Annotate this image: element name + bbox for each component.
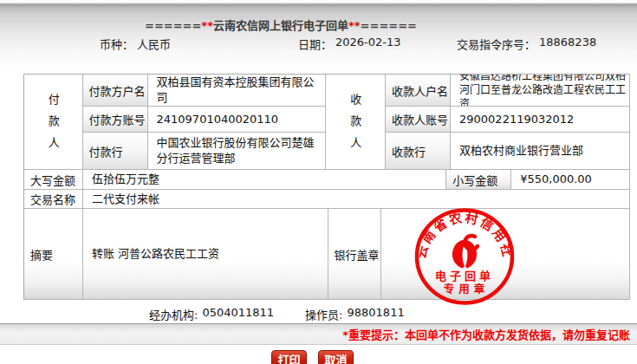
payee-name-label: 收款人户名 [386, 75, 451, 107]
payee-account-value: 2900022119032012 [451, 107, 630, 133]
org-label: 经办机构: [149, 306, 198, 322]
page-title: ======**云南农信网上银行电子回单**====== [145, 16, 417, 33]
currency-value: 人民币 [137, 36, 171, 52]
summary-label: 摘要 [24, 209, 83, 300]
title-stars-left: ** [201, 19, 213, 32]
payer-bank-label: 付款行 [83, 133, 148, 170]
amount-row: 大写金额 伍拾伍万元整 小写金额 ¥550,000.00 [24, 170, 630, 190]
transaction-label: 交易名称 [24, 190, 83, 209]
payee-account-label: 收款人账号 [386, 107, 451, 133]
summary-row: 摘要 转账 河普公路农民工工资 银行盖章 [24, 209, 630, 300]
bank-seal-label: 银行盖章 [328, 209, 382, 300]
warning-band: *重要提示：本回单不作为收款方发货依据，请勿重复记账 [0, 323, 637, 345]
summary-value: 转账 河普公路农民工工资 [83, 209, 328, 300]
receipt-page: ======**云南农信网上银行电子回单**====== 币种： 人民币 日期：… [0, 0, 637, 364]
transaction-row: 交易名称 二代支付来帐 [24, 190, 630, 209]
date-label: 日期： [298, 36, 332, 52]
currency-field: 币种： 人民币 [100, 36, 171, 52]
payer-group-label: 付款人 [24, 75, 83, 170]
sequence-label: 交易指令序号： [457, 36, 536, 52]
payee-bank-label: 收款行 [386, 133, 451, 170]
date-value: 2026-02-13 [335, 36, 401, 52]
payee-group-label: 收款人 [326, 75, 387, 170]
currency-label: 币种： [100, 36, 133, 52]
org-value: 0504011811 [202, 306, 274, 322]
transaction-value: 二代支付来帐 [83, 190, 630, 209]
sequence-field: 交易指令序号： 18868238 [457, 36, 596, 52]
operator-label: 操作员: [305, 306, 342, 322]
org-field: 经办机构: 0504011811 [149, 306, 274, 322]
date-field: 日期： 2026-02-13 [298, 36, 401, 52]
party-rows: 付款人 付款方户名 双柏县国有资本控股集团有限公司 付款方账号 24109701… [24, 75, 630, 170]
bank-seal-cell [381, 209, 630, 300]
title-stars-right: ** [348, 19, 361, 32]
receipt-table: 付款人 付款方户名 双柏县国有资本控股集团有限公司 付款方账号 24109701… [23, 74, 630, 300]
operator-value: 98801811 [348, 306, 405, 322]
title-text: 云南农信网上银行电子回单 [213, 19, 348, 32]
payer-account-value: 24109701040020110 [148, 107, 326, 133]
amount-words-label: 大写金额 [24, 170, 83, 190]
operator-row: 经办机构: 0504011811 操作员: 98801811 [0, 305, 637, 323]
amount-figures-value: ¥550,000.00 [511, 170, 630, 190]
title-prefix: ====== [145, 19, 201, 32]
print-button[interactable]: 打印 [271, 350, 307, 364]
cancel-button[interactable]: 取消 [318, 350, 354, 364]
amount-figures-label: 小写金额 [446, 170, 511, 190]
payee-name-value: 安徽昌达路桥工程集团有限公司双柏河门口至普龙公路改造工程农民工工资 [451, 75, 630, 107]
title-suffix: ====== [361, 19, 417, 32]
payer-account-label: 付款方账号 [83, 107, 148, 133]
payer-name-label: 付款方户名 [83, 75, 148, 107]
warning-text: *重要提示：本回单不作为收款方发货依据，请勿重复记账 [342, 326, 630, 342]
amount-words-value: 伍拾伍万元整 [83, 170, 446, 190]
payer-bank-value: 中国农业银行股份有限公司楚雄分行运营管理部 [148, 133, 326, 170]
operator-field: 操作员: 98801811 [305, 306, 405, 322]
sequence-value: 18868238 [539, 36, 596, 52]
payer-name-value: 双柏县国有资本控股集团有限公司 [148, 75, 326, 107]
payee-bank-value: 双柏农村商业银行营业部 [451, 133, 630, 170]
